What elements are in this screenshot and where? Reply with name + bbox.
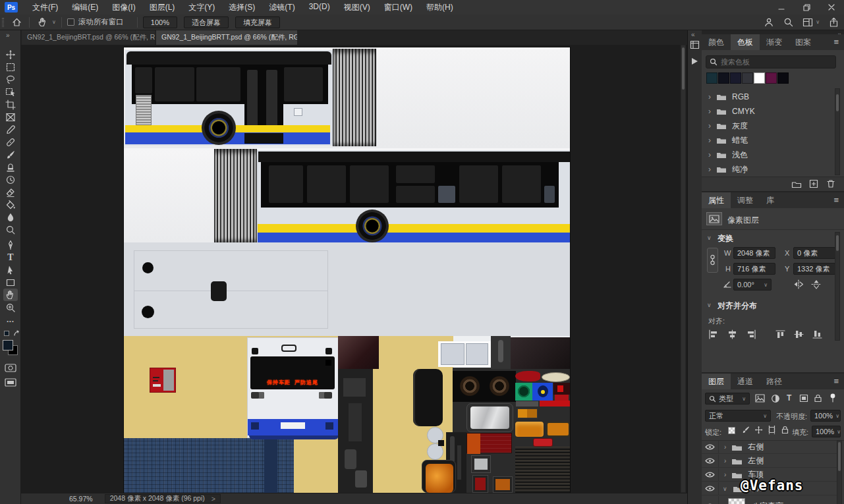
eraser-tool[interactable] xyxy=(3,186,18,198)
visibility-eye-icon[interactable] xyxy=(702,441,719,453)
hand-preset-caret-icon[interactable]: ∨ xyxy=(52,19,56,25)
pen-tool[interactable] xyxy=(3,238,18,251)
swatch-folder-grayscale[interactable]: ›灰度 xyxy=(702,119,833,133)
toolbar-expand-icon[interactable]: » xyxy=(6,32,10,39)
history-panel-icon[interactable] xyxy=(690,40,700,50)
menu-view[interactable]: 视图(V) xyxy=(344,2,370,13)
layer-group-left-side[interactable]: › 左侧 xyxy=(702,455,837,468)
swatch[interactable] xyxy=(706,72,717,84)
group-chevron-down-icon[interactable]: ∨ xyxy=(723,486,727,492)
blend-mode-select[interactable]: 正常∨ xyxy=(705,410,771,422)
close-button[interactable] xyxy=(819,0,844,14)
crop-tool[interactable] xyxy=(3,98,18,111)
home-icon[interactable] xyxy=(9,16,24,28)
menu-3d[interactable]: 3D(D) xyxy=(309,2,330,13)
lock-artboard-icon[interactable] xyxy=(768,426,776,434)
lock-position-icon[interactable] xyxy=(754,426,763,434)
search-icon[interactable] xyxy=(783,17,793,27)
panel-menu-icon[interactable]: ≡ xyxy=(833,37,839,47)
group-chevron-icon[interactable]: › xyxy=(724,443,726,451)
brush-tool[interactable] xyxy=(3,148,18,161)
fit-screen-button[interactable]: 适合屏幕 xyxy=(184,16,229,28)
restore-button[interactable] xyxy=(794,0,819,14)
move-tool[interactable] xyxy=(3,48,18,61)
edit-toolbar-ellipsis-icon[interactable]: ••• xyxy=(3,315,18,327)
actions-panel-icon[interactable] xyxy=(690,57,700,67)
tab-libraries[interactable]: 库 xyxy=(760,192,781,208)
swatch-folder-pastel[interactable]: ›蜡笔 xyxy=(702,133,833,148)
angle-select[interactable]: 0.00°∨ xyxy=(733,279,772,291)
screen-mode-icon[interactable] xyxy=(5,378,16,387)
group-chevron-icon[interactable]: › xyxy=(724,457,726,464)
layers-scrollbar[interactable] xyxy=(837,440,842,504)
canvas-vertical-scrollbar[interactable] xyxy=(681,45,686,493)
tab-channels[interactable]: 通道 xyxy=(731,374,760,389)
layer-filter-select[interactable]: 类型∨ xyxy=(705,393,750,405)
layer-item-eight-character[interactable]: 八字真言 xyxy=(702,496,837,504)
swatch-folder-cmyk[interactable]: ›CMYK xyxy=(702,104,833,119)
swatch-folder-pure[interactable]: ›纯净 xyxy=(702,162,833,177)
height-field[interactable]: 716 像素 xyxy=(733,263,775,275)
zoom-tool[interactable] xyxy=(3,301,18,314)
rectangular-marquee-tool[interactable] xyxy=(3,61,18,73)
layer-thumbnail[interactable] xyxy=(728,498,745,504)
hand-tool-active[interactable] xyxy=(3,289,18,301)
align-right-icon[interactable] xyxy=(745,329,756,339)
align-center-horizontal-icon[interactable] xyxy=(727,329,738,339)
swatch[interactable] xyxy=(718,72,729,84)
filter-type-layers-icon[interactable]: T xyxy=(787,393,791,403)
filter-shape-layers-icon[interactable] xyxy=(799,394,808,403)
menu-help[interactable]: 帮助(H) xyxy=(426,2,453,13)
filter-pixel-layers-icon[interactable] xyxy=(755,394,765,403)
filter-toggle-icon[interactable] xyxy=(829,393,837,403)
type-tool[interactable]: T xyxy=(3,251,18,264)
rectangle-tool[interactable] xyxy=(3,276,18,289)
layer-group-right-side[interactable]: › 右侧 xyxy=(702,441,837,454)
swatch-folder-rgb[interactable]: ›RGB xyxy=(702,90,833,104)
visibility-eye-icon[interactable] xyxy=(702,482,719,495)
visibility-eye-icon[interactable] xyxy=(702,455,719,467)
lock-image-pixels-icon[interactable] xyxy=(741,426,750,434)
document-canvas[interactable]: 保持车距 严防追尾 xyxy=(124,47,570,493)
constrain-proportions-icon[interactable] xyxy=(707,248,718,273)
menu-edit[interactable]: 编辑(E) xyxy=(72,2,98,13)
align-left-icon[interactable] xyxy=(708,329,719,339)
zoom-100-button[interactable]: 100% xyxy=(143,16,177,28)
opacity-select[interactable]: 100%∨ xyxy=(810,410,841,422)
tab-document-1[interactable]: GN92_1_BeijingBRT.psd @ 66% (配件, RGB/8) … xyxy=(22,30,155,45)
swatch[interactable] xyxy=(742,72,753,84)
mini-color-swatches-icon[interactable] xyxy=(4,331,9,336)
y-field[interactable]: 1332 像素 xyxy=(793,263,835,275)
path-selection-tool[interactable] xyxy=(3,264,18,276)
lock-all-icon[interactable] xyxy=(781,426,789,434)
lock-transparent-pixels-icon[interactable] xyxy=(728,427,735,434)
tab-color[interactable]: 颜色 xyxy=(702,34,731,50)
workspace-switcher-icon[interactable]: ∨ xyxy=(802,18,820,27)
tab-patterns[interactable]: 图案 xyxy=(789,34,818,50)
x-field[interactable]: 0 像素 xyxy=(793,247,835,259)
properties-scrollbar[interactable] xyxy=(835,232,840,341)
menu-image[interactable]: 图像(I) xyxy=(112,2,135,13)
flip-horizontal-icon[interactable] xyxy=(793,279,804,289)
quick-mask-icon[interactable] xyxy=(5,364,16,372)
swatch[interactable] xyxy=(754,72,765,84)
tab-adjustments[interactable]: 调整 xyxy=(731,192,760,208)
search-input[interactable] xyxy=(721,58,826,66)
minimize-button[interactable] xyxy=(769,0,794,14)
swatch[interactable] xyxy=(730,72,741,84)
doc-info-field[interactable]: 2048 像素 x 2048 像素 (96 ppi) > xyxy=(105,494,221,503)
menu-layer[interactable]: 图层(L) xyxy=(150,2,175,13)
new-swatch-icon[interactable] xyxy=(809,179,818,188)
width-field[interactable]: 2048 像素 xyxy=(733,247,775,259)
foreground-color-swatch[interactable] xyxy=(3,340,13,350)
blur-tool[interactable] xyxy=(3,211,18,223)
delete-icon[interactable] xyxy=(826,179,835,188)
tab-paths[interactable]: 路径 xyxy=(760,374,789,389)
object-selection-tool[interactable] xyxy=(3,86,18,98)
frame-tool[interactable] xyxy=(3,111,18,123)
doc-info-chevron-icon[interactable]: > xyxy=(211,495,215,503)
menu-filter[interactable]: 滤镜(T) xyxy=(269,2,295,13)
paint-bucket-tool[interactable] xyxy=(3,198,18,211)
align-center-vertical-icon[interactable] xyxy=(794,329,804,339)
flip-vertical-icon[interactable] xyxy=(811,279,822,289)
